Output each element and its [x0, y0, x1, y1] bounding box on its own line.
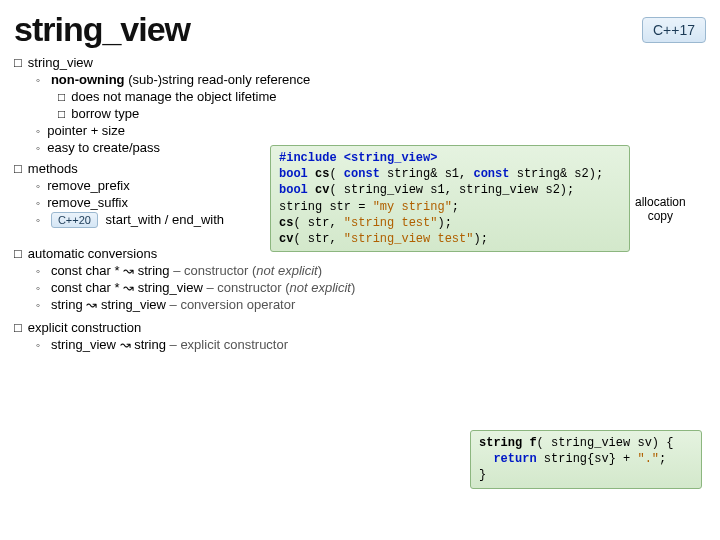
section-methods: methods: [14, 161, 78, 176]
page-title: string_view: [14, 10, 190, 49]
borrow-note: borrow type: [58, 106, 706, 121]
nonowning-line: non-owning (sub-)string read-only refere…: [36, 72, 706, 121]
code-example-main: #include <string_view> bool cs( const st…: [270, 145, 630, 252]
allocation-note: allocation copy: [635, 195, 686, 224]
conv-char-sv: const char * ↝ string_view – constructor…: [36, 280, 706, 295]
pointer-size: pointer + size: [36, 123, 706, 138]
explicit-sv-string: string_view ↝ string – explicit construc…: [36, 337, 706, 352]
cpp20-badge: C++20: [51, 212, 98, 228]
cpp17-badge: C++17: [642, 17, 706, 43]
section-string-view: string_view: [14, 55, 93, 70]
conv-char-string: const char * ↝ string – constructor (not…: [36, 263, 706, 278]
section-auto-conv: automatic conversions: [14, 246, 157, 261]
code-example-func: string f( string_view sv) { return strin…: [470, 430, 702, 489]
lifetime-note: does not manage the object lifetime: [58, 89, 706, 104]
section-explicit: explicit construction: [14, 320, 141, 335]
conv-string-sv: string ↝ string_view – conversion operat…: [36, 297, 706, 312]
